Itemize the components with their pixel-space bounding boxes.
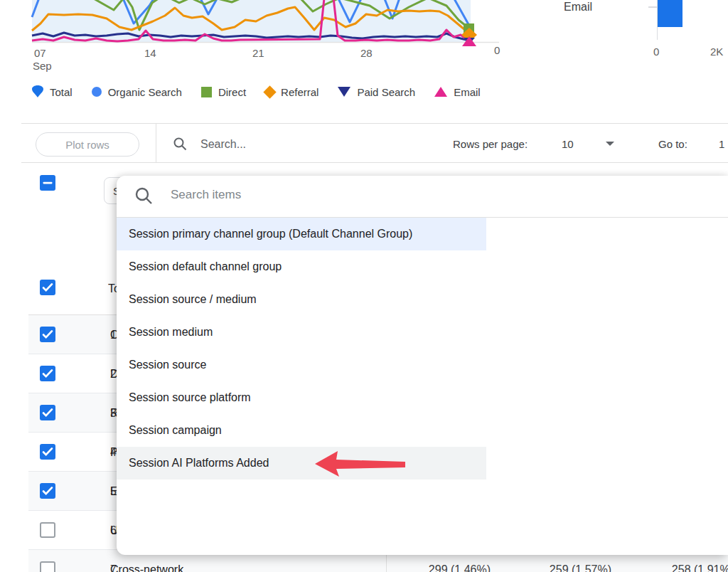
dropdown-item-session-source-medium[interactable]: Session source / medium <box>117 283 486 316</box>
legend-item-paid-search[interactable]: Paid Search <box>338 86 415 98</box>
y-zero-label: 0 <box>494 44 500 56</box>
x-tick-sep: Sep <box>33 60 52 72</box>
toolbar-divider <box>156 124 156 162</box>
legend-item-organic-search[interactable]: Organic Search <box>92 86 182 98</box>
bar-category-label: Email <box>564 1 592 14</box>
red-annotation-arrow-icon <box>313 448 409 480</box>
dropdown-item-label: Session medium <box>129 326 213 339</box>
row-checkbox[interactable] <box>40 444 55 460</box>
paid-search-triangle-icon <box>338 87 350 97</box>
row-checkbox[interactable] <box>40 405 55 420</box>
x-tick-28: 28 <box>360 47 373 59</box>
x-tick-21: 21 <box>252 47 264 59</box>
email-triangle-icon <box>434 87 447 97</box>
dropdown-item-session-medium[interactable]: Session medium <box>117 316 486 349</box>
row-checkbox[interactable] <box>40 522 55 538</box>
table-search-input[interactable]: Search... <box>200 138 246 151</box>
x-tick-07: 07 <box>34 47 46 59</box>
x-tick-14: 14 <box>144 47 156 59</box>
legend-label: Total <box>50 86 73 98</box>
bar-chart-category-tick <box>648 6 657 8</box>
dropdown-item-session-campaign[interactable]: Session campaign <box>117 414 486 447</box>
dropdown-item-label: Session campaign <box>129 424 222 437</box>
dropdown-item-session-ai-platforms-added[interactable]: Session AI Platforms Added <box>117 447 486 480</box>
search-items-input[interactable]: Search items <box>171 188 241 202</box>
table-column-divider <box>386 555 387 572</box>
dropdown-item-session-primary-channel-group[interactable]: Session primary channel group (Default C… <box>117 218 486 250</box>
chart-legend: Total Organic Search Direct Referral Pai… <box>32 83 481 100</box>
organic-search-circle-icon <box>92 87 102 97</box>
legend-label: Paid Search <box>357 86 415 98</box>
row-checkbox[interactable] <box>40 327 55 342</box>
row-checkbox[interactable] <box>40 561 55 572</box>
dropdown-item-label: Session source <box>129 359 206 371</box>
plot-rows-button[interactable]: Plot rows <box>36 132 139 157</box>
legend-item-total[interactable]: Total <box>32 85 73 98</box>
email-sessions-bar <box>658 0 682 27</box>
dropdown-item-label: Session source / medium <box>129 293 257 306</box>
bar-x-tick-0: 0 <box>653 46 659 58</box>
totals-row-checkbox[interactable] <box>40 280 55 295</box>
dropdown-item-label: Session AI Platforms Added <box>129 457 269 470</box>
plot-rows-label: Plot rows <box>65 139 109 151</box>
select-all-checkbox[interactable] <box>40 175 55 191</box>
search-icon <box>173 137 187 151</box>
sessions-line-chart <box>0 0 512 47</box>
direct-square-icon <box>201 87 212 97</box>
rows-per-page-label: Rows per page: <box>453 138 528 150</box>
dropdown-item-label: Session source platform <box>129 391 251 404</box>
engaged-sessions-cell: 259 (1.57%) <box>505 563 611 572</box>
search-items-icon <box>134 186 153 205</box>
legend-label: Organic Search <box>108 86 182 98</box>
toolbar-top-border <box>21 123 728 124</box>
legend-label: Direct <box>218 86 246 98</box>
sessions-cell: 299 (1.46%) <box>384 563 491 572</box>
row-checkbox[interactable] <box>40 366 55 381</box>
legend-label: Email <box>454 86 481 98</box>
dropdown-item-session-source[interactable]: Session source <box>117 349 486 381</box>
bar-x-tick-2k: 2K <box>710 46 723 58</box>
row-checkbox[interactable] <box>40 483 55 499</box>
row-dimension: Cross-network <box>110 563 183 572</box>
rows-per-page-caret-icon[interactable] <box>606 142 614 146</box>
referral-diamond-icon <box>263 85 276 98</box>
go-to-label: Go to: <box>658 138 687 150</box>
dropdown-item-session-default-channel-group[interactable]: Session default channel group <box>117 250 486 283</box>
legend-item-email[interactable]: Email <box>434 86 481 98</box>
legend-item-referral[interactable]: Referral <box>265 86 318 98</box>
dimension-picker-dropdown: Search items Session primary channel gro… <box>117 176 728 555</box>
dropdown-item-label: Session primary channel group (Default C… <box>129 228 412 240</box>
go-to-input[interactable]: 1 <box>719 138 724 150</box>
dropdown-search-row[interactable]: Search items <box>117 176 728 217</box>
dropdown-item-label: Session default channel group <box>129 260 282 273</box>
rows-per-page-value[interactable]: 10 <box>562 138 574 150</box>
dropdown-item-list: Session primary channel group (Default C… <box>117 218 486 480</box>
legend-item-direct[interactable]: Direct <box>201 86 246 98</box>
analytics-page: 07 Sep 14 21 28 0 Email 0 2K Total Organ… <box>0 0 728 572</box>
legend-label: Referral <box>281 86 318 98</box>
dropdown-item-session-source-platform[interactable]: Session source platform <box>117 381 486 414</box>
total-drop-icon <box>32 85 43 98</box>
toolbar-bottom-border <box>21 162 728 163</box>
third-metric-cell: 258 (1.91%) <box>626 563 728 572</box>
